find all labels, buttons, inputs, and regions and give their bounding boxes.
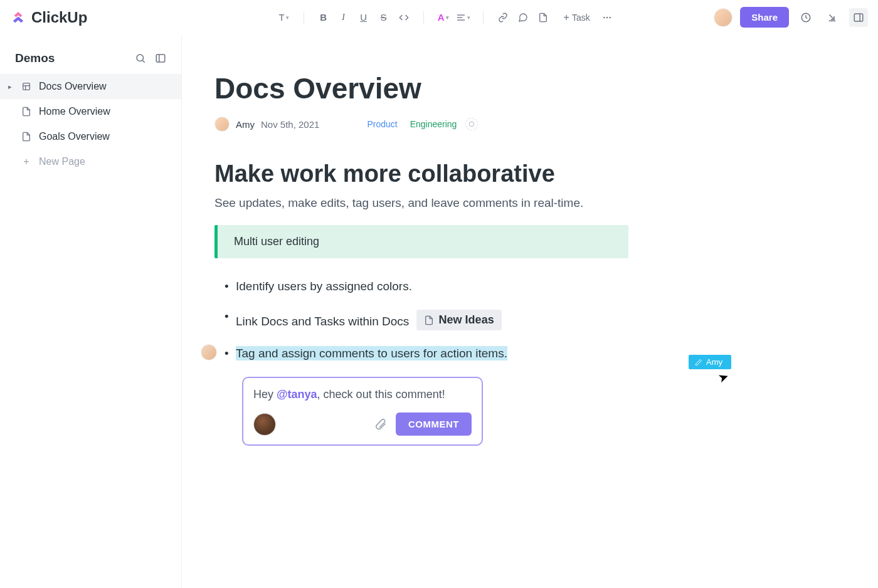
- doc-grid-icon: [20, 80, 33, 93]
- svg-rect-15: [23, 83, 30, 90]
- presence-user-name: Amy: [706, 357, 722, 367]
- intro-paragraph[interactable]: See updates, make edits, tag users, and …: [214, 196, 838, 210]
- main-area: Demos ▸ Docs Overview Home Overview: [0, 35, 878, 588]
- list-item[interactable]: Tag and assign comments to users for act…: [236, 347, 838, 360]
- sidebar-item-home-overview[interactable]: Home Overview: [0, 99, 181, 124]
- comment-submit-button[interactable]: COMMENT: [396, 412, 472, 436]
- svg-line-12: [142, 60, 144, 62]
- code-button[interactable]: [394, 8, 413, 27]
- svg-point-5: [609, 16, 610, 18]
- section-heading[interactable]: Make work more collaborative: [214, 160, 838, 187]
- author-name: Amy: [236, 119, 255, 130]
- more-button[interactable]: [598, 8, 616, 27]
- comment-text-suffix: , check out this comment!: [317, 388, 445, 401]
- toolbar-separator: [304, 11, 304, 24]
- svg-point-4: [606, 16, 608, 18]
- sidebar-header: Demos: [0, 46, 181, 74]
- comment-composer[interactable]: Hey @tanya, check out this comment! COMM…: [242, 377, 483, 446]
- comment-tool-button[interactable]: [514, 8, 532, 27]
- top-toolbar: ClickUp T▾ B I U S A▾ ▾: [0, 0, 878, 35]
- svg-point-18: [470, 122, 475, 127]
- list-item-text: Link Docs and Tasks within Docs: [236, 315, 409, 328]
- current-user-avatar[interactable]: [714, 8, 733, 27]
- history-icon[interactable]: [796, 8, 815, 27]
- doc-meta-row: Amy Nov 5th, 2021 Product Engineering: [214, 117, 838, 132]
- list-item[interactable]: Link Docs and Tasks within Docs New Idea…: [236, 310, 838, 330]
- panel-toggle-icon[interactable]: [849, 8, 868, 27]
- doc-link-chip[interactable]: New Ideas: [416, 310, 502, 330]
- search-icon[interactable]: [134, 51, 147, 65]
- list-item[interactable]: Identify users by assigned colors.: [236, 280, 838, 293]
- page-button[interactable]: [534, 8, 553, 27]
- pencil-icon: [695, 359, 702, 366]
- comment-mention[interactable]: @tanya: [277, 388, 317, 401]
- sidebar-title: Demos: [15, 51, 55, 65]
- sidebar-item-label: Docs Overview: [39, 81, 107, 92]
- commenter-avatar[interactable]: [253, 413, 276, 436]
- align-button[interactable]: ▾: [454, 8, 473, 27]
- link-button[interactable]: [494, 8, 512, 27]
- sidebar-item-goals-overview[interactable]: Goals Overview: [0, 124, 181, 149]
- attachment-icon[interactable]: [374, 418, 387, 431]
- document-content[interactable]: Docs Overview Amy Nov 5th, 2021 Product …: [182, 35, 878, 588]
- add-task-label: Task: [572, 13, 590, 23]
- svg-point-11: [137, 55, 144, 61]
- doc-icon: [20, 105, 33, 118]
- author-avatar[interactable]: [214, 117, 230, 132]
- callout-block[interactable]: Multi user editing: [214, 225, 628, 258]
- doc-date: Nov 5th, 2021: [261, 119, 319, 130]
- brand-logo[interactable]: ClickUp: [10, 9, 173, 26]
- tag-product[interactable]: Product: [363, 118, 401, 130]
- svg-rect-9: [854, 14, 863, 21]
- callout-text: Multi user editing: [234, 235, 319, 248]
- add-task-button[interactable]: +Task: [559, 9, 595, 26]
- text-color-button[interactable]: A▾: [434, 8, 453, 27]
- sidebar-item-docs-overview[interactable]: ▸ Docs Overview: [0, 74, 181, 99]
- clickup-logo-icon: [10, 9, 26, 26]
- comment-text-prefix: Hey: [253, 388, 277, 401]
- text-style-button[interactable]: T▾: [275, 8, 294, 27]
- toolbar-right: Share: [714, 7, 868, 28]
- plus-icon: +: [20, 155, 33, 168]
- sidebar-item-label: Goals Overview: [39, 131, 110, 142]
- bold-button[interactable]: B: [314, 8, 333, 27]
- export-icon[interactable]: [823, 8, 842, 27]
- collaborator-avatar[interactable]: [201, 344, 217, 360]
- comment-input[interactable]: Hey @tanya, check out this comment!: [253, 388, 472, 401]
- italic-button[interactable]: I: [334, 8, 353, 27]
- brand-name: ClickUp: [31, 9, 87, 26]
- svg-rect-13: [156, 55, 165, 62]
- cursor-icon: ➤: [716, 369, 731, 386]
- chevron-right-icon: ▸: [6, 83, 14, 91]
- collapse-sidebar-icon[interactable]: [154, 51, 167, 65]
- sidebar-new-page-label: New Page: [39, 156, 85, 167]
- toolbar-separator: [423, 11, 424, 24]
- sidebar-item-label: Home Overview: [39, 106, 110, 117]
- doc-icon: [20, 130, 33, 143]
- tag-engineering[interactable]: Engineering: [406, 118, 461, 130]
- svg-line-8: [830, 14, 835, 19]
- page-title[interactable]: Docs Overview: [214, 71, 838, 105]
- doc-icon: [424, 315, 434, 325]
- share-button[interactable]: Share: [740, 7, 789, 28]
- add-tag-button[interactable]: [465, 118, 478, 130]
- underline-button[interactable]: U: [354, 8, 373, 27]
- list-item-text: Identify users by assigned colors.: [236, 280, 412, 293]
- strikethrough-button[interactable]: S: [374, 8, 393, 27]
- toolbar-separator: [483, 11, 484, 24]
- highlighted-text[interactable]: Tag and assign comments to users for act…: [236, 346, 507, 360]
- svg-point-3: [603, 16, 605, 18]
- sidebar-new-page-button[interactable]: + New Page: [0, 149, 181, 174]
- sidebar: Demos ▸ Docs Overview Home Overview: [0, 35, 182, 588]
- doc-link-chip-label: New Ideas: [439, 313, 494, 327]
- bullet-list[interactable]: Identify users by assigned colors. Link …: [214, 280, 838, 360]
- formatting-toolbar: T▾ B I U S A▾ ▾: [173, 8, 714, 27]
- presence-cursor-label: Amy: [689, 355, 731, 369]
